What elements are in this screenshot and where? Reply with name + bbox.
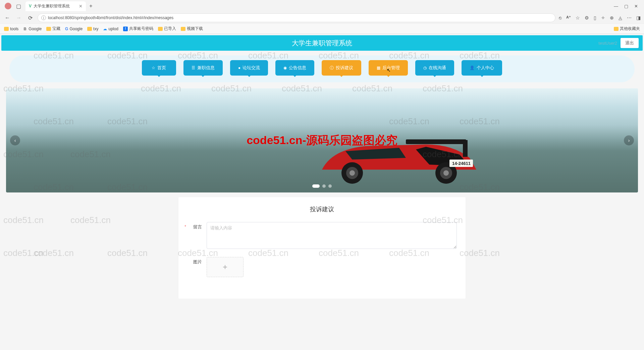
svg-rect-1	[463, 140, 468, 157]
refresh-button[interactable]: ⟳	[26, 14, 34, 22]
close-window-icon[interactable]: ✕	[634, 4, 638, 9]
watermark: code51.cn	[107, 248, 148, 258]
nav-chat[interactable]: ◷在线沟通	[415, 60, 454, 76]
message-input[interactable]	[207, 222, 457, 249]
banner-watermark: code51.cn-源码乐园盗图必究	[247, 133, 397, 148]
user-icon: 👤	[470, 65, 475, 70]
carousel-dot-2[interactable]	[322, 184, 326, 188]
svg-text:14-24611: 14-24611	[452, 161, 471, 166]
clock-icon: ◷	[423, 65, 427, 70]
folder-icon	[614, 27, 619, 31]
extensions-icon[interactable]: ✧	[601, 15, 605, 20]
adblock-icon[interactable]: ◬	[619, 15, 622, 20]
bookmark-treasure[interactable]: 宝藏	[46, 26, 60, 32]
url-text: localhost:8080/springbooth4bmt/front/dis…	[48, 15, 173, 20]
url-input[interactable]: i localhost:8080/springbooth4bmt/front/d…	[38, 13, 555, 22]
tab-bar: ▢ V 大学生兼职管理系统 ✕ + — ▢ ✕	[0, 0, 644, 12]
page-title: 大学生兼职管理系统	[292, 39, 352, 48]
bookmark-other[interactable]: 其他收藏夹	[614, 26, 640, 32]
folder-icon	[181, 27, 185, 31]
favorite-icon[interactable]: ☆	[576, 15, 580, 20]
nav-announce[interactable]: ◉公告信息	[275, 60, 314, 76]
carousel-next-button[interactable]: ›	[624, 135, 634, 145]
vue-favicon-icon: V	[29, 4, 32, 8]
bookmark-bar: tools 🗎Google 宝藏 GGoogle txy ☁uplod f共享账…	[0, 24, 644, 34]
cloud-icon: ☁	[103, 27, 107, 31]
dot-icon: ●	[238, 65, 240, 70]
nav-home[interactable]: ☆首页	[142, 60, 176, 76]
bookmark-tools[interactable]: tools	[4, 27, 18, 31]
watermark: code51.cn	[70, 215, 111, 225]
maximize-icon[interactable]: ▢	[624, 4, 628, 9]
nav-admin[interactable]: ▦后台管理↖	[369, 60, 408, 76]
settings-gear-icon[interactable]: ⚙	[585, 15, 589, 20]
folder-icon	[46, 27, 51, 31]
complaint-form: 投诉建议 留言 图片 +	[178, 197, 466, 299]
read-aloud-icon[interactable]: ⎋	[559, 15, 561, 20]
sidebar-icon[interactable]: ◨	[636, 15, 641, 20]
watermark: code51.cn	[3, 215, 44, 225]
carousel-dot-1[interactable]	[312, 184, 320, 188]
bookmark-google2[interactable]: GGoogle	[65, 27, 83, 31]
list-icon: ☰	[192, 65, 195, 70]
target-icon: ◉	[283, 65, 287, 70]
bookmark-imported[interactable]: 已导入	[158, 26, 176, 32]
image-label: 图片	[187, 257, 202, 265]
new-tab-button[interactable]: +	[87, 2, 95, 10]
watermark: code51.cn	[34, 248, 74, 258]
logout-button[interactable]: 退出	[621, 38, 639, 48]
downloads-icon[interactable]: ⊕	[610, 15, 614, 20]
browser-chrome: ▢ V 大学生兼职管理系统 ✕ + — ▢ ✕ ← → ⟳ i localhos…	[0, 0, 644, 34]
upload-button[interactable]: +	[207, 257, 244, 277]
svg-point-4	[350, 170, 355, 176]
back-button[interactable]: ←	[3, 14, 11, 22]
bookmark-google[interactable]: 🗎Google	[23, 27, 42, 31]
watermark: code51.cn	[3, 248, 44, 258]
main-nav: ☆首页 ☰兼职信息 ●论坛交流 ◉公告信息 ⓘ投诉建议 ▦后台管理↖ ◷在线沟通…	[9, 55, 635, 82]
forward-button[interactable]: →	[15, 14, 23, 22]
bookmark-accounts[interactable]: f共享账号密码	[123, 26, 153, 32]
bookmark-uplod[interactable]: ☁uplod	[103, 27, 118, 31]
tab-list-icon[interactable]: ▢	[15, 2, 22, 10]
text-icon[interactable]: A⁺	[566, 15, 571, 20]
bookmark-txy[interactable]: txy	[87, 27, 98, 31]
share-icon: f	[123, 27, 128, 31]
nav-jobs[interactable]: ☰兼职信息	[183, 60, 223, 76]
page-icon: 🗎	[23, 27, 27, 31]
current-user: testUser2	[598, 41, 617, 46]
profile-avatar-icon[interactable]	[5, 3, 11, 9]
close-tab-icon[interactable]: ✕	[79, 4, 83, 9]
folder-icon	[158, 27, 163, 31]
folder-icon	[4, 27, 9, 31]
browser-tab[interactable]: V 大学生兼职管理系统 ✕	[25, 1, 86, 11]
form-row-image: 图片 +	[187, 257, 457, 277]
form-title: 投诉建议	[187, 205, 457, 213]
tab-title: 大学生兼职管理系统	[34, 3, 70, 9]
google-icon: G	[65, 27, 68, 31]
nav-profile[interactable]: 👤个人中心	[462, 60, 502, 76]
address-bar: ← → ⟳ i localhost:8080/springbooth4bmt/f…	[0, 12, 644, 24]
more-icon[interactable]: ⋯	[627, 15, 632, 20]
grid-icon: ▦	[377, 65, 380, 70]
folder-icon	[87, 27, 92, 31]
carousel-dot-3[interactable]	[328, 184, 332, 188]
star-icon: ☆	[152, 65, 155, 70]
svg-rect-0	[406, 139, 466, 144]
site-info-icon[interactable]: i	[41, 15, 46, 20]
bookmark-video[interactable]: 视频下载	[181, 26, 203, 32]
window-controls: — ▢ ✕	[614, 4, 641, 9]
carousel-banner: 14-24611 code51.cn-源码乐园盗图必究 ‹ ›	[6, 88, 638, 192]
form-row-message: 留言	[187, 222, 457, 249]
carousel-dots	[312, 184, 332, 188]
message-label: 留言	[187, 222, 202, 230]
svg-point-7	[443, 170, 449, 176]
carousel-prev-button[interactable]: ‹	[10, 135, 20, 145]
plus-icon: +	[223, 262, 227, 272]
minimize-icon[interactable]: —	[614, 4, 618, 9]
nav-complaint[interactable]: ⓘ投诉建议	[322, 60, 361, 76]
collections-icon[interactable]: ▯	[594, 15, 596, 20]
info-icon: ⓘ	[330, 65, 334, 71]
nav-forum[interactable]: ●论坛交流	[230, 60, 268, 76]
page-header: 大学生兼职管理系统 testUser2 退出	[1, 35, 643, 51]
